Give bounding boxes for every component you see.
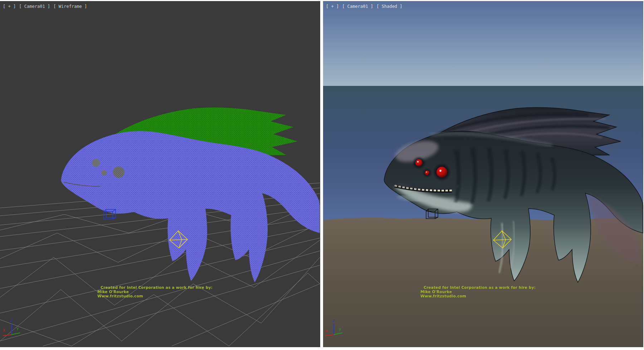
viewport-general-menu[interactable]: [ + ] <box>326 4 339 9</box>
watermark-line: Mike O'Rourke <box>420 290 536 294</box>
viewport-wireframe[interactable]: Z X Y [ + ] [ Camera01 ] [ Wireframe ] C… <box>0 1 320 347</box>
axis-z-label: Z <box>10 318 13 323</box>
viewport-shaded[interactable]: z x y [ + ] [ Camera01 ] [ Shaded ] Crea… <box>323 1 643 347</box>
watermark-line: Created for Intel Corporation as a work … <box>420 285 536 290</box>
viewport-pov-menu[interactable]: [ Camera01 ] <box>19 4 50 9</box>
axis-y-label: y <box>339 327 341 331</box>
axis-y-label: Y <box>16 327 19 331</box>
viewport-label: [ + ] [ Camera01 ] [ Wireframe ] <box>3 4 88 9</box>
viewport-general-menu[interactable]: [ + ] <box>3 4 16 9</box>
artist-watermark: Created for Intel Corporation as a work … <box>420 285 536 298</box>
watermark-line: Mike O'Rourke <box>97 290 213 294</box>
viewport-pov-menu[interactable]: [ Camera01 ] <box>342 4 373 9</box>
viewport-shading-menu[interactable]: [ Wireframe ] <box>53 4 87 9</box>
sand-ground-plane[interactable] <box>323 217 643 347</box>
watermark-line: Created for Intel Corporation as a work … <box>97 285 213 290</box>
watermark-line: Www.fritzstudio.com <box>97 294 213 298</box>
axis-z-label: z <box>332 318 335 323</box>
sky-background <box>323 1 643 87</box>
viewport-shading-menu[interactable]: [ Shaded ] <box>376 4 402 9</box>
viewport-label: [ + ] [ Camera01 ] [ Shaded ] <box>326 4 403 9</box>
axis-x-label: x <box>325 328 328 333</box>
artist-watermark: Created for Intel Corporation as a work … <box>97 285 213 298</box>
axis-x-label: X <box>3 328 5 333</box>
watermark-line: Www.fritzstudio.com <box>420 294 536 298</box>
